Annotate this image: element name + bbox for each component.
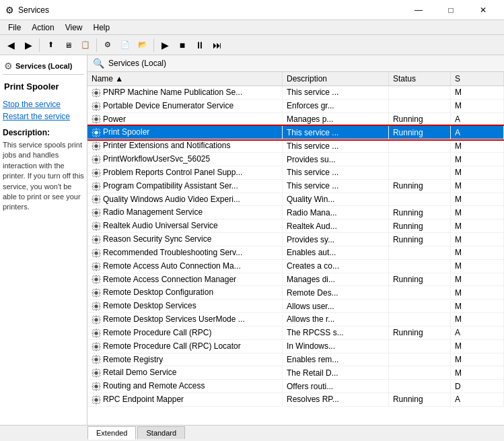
table-row[interactable]: Remote Desktop ConfigurationRemote Des..… [87, 286, 504, 300]
service-startup-cell: M [451, 166, 504, 179]
table-row[interactable]: Printer Extensions and NotificationsThis… [87, 139, 504, 153]
toolbar-btn3[interactable]: ⚙ [100, 37, 116, 53]
minimize-button[interactable]: — [403, 3, 434, 18]
sidebar-description: Description: This service spools print j… [3, 128, 84, 213]
svg-point-3 [95, 131, 98, 135]
menu-view[interactable]: View [60, 22, 88, 33]
table-row[interactable]: Problem Reports Control Panel Supp...Thi… [87, 166, 504, 179]
service-icon [92, 234, 103, 244]
menu-help[interactable]: Help [88, 22, 116, 33]
menu-action[interactable]: Action [26, 22, 59, 33]
table-row[interactable]: Routing and Remote AccessOffers routi...… [87, 380, 504, 393]
table-row[interactable]: Remote Access Connection ManagerManages … [87, 273, 504, 286]
service-icon [92, 287, 103, 297]
service-startup-cell: M [451, 206, 504, 219]
table-row[interactable]: Remote Desktop ServicesAllows user...M [87, 300, 504, 313]
service-icon [92, 341, 103, 351]
stop-link-text[interactable]: Stop the service [3, 100, 61, 109]
menu-file[interactable]: File [3, 22, 26, 33]
service-icon [92, 181, 103, 191]
svg-point-2 [95, 118, 98, 121]
service-status-cell [388, 139, 450, 153]
toolbar-back[interactable]: ◀ [3, 37, 19, 53]
table-row[interactable]: Retail Demo ServiceThe Retail D...M [87, 366, 504, 380]
service-status-cell: Running [388, 326, 450, 339]
sidebar-header-text: Services (Local) [15, 62, 72, 70]
svg-point-22 [95, 385, 98, 388]
service-startup-cell: M [451, 139, 504, 153]
table-row[interactable]: Remote Access Auto Connection Ma...Creat… [87, 259, 504, 273]
service-desc-cell: Remote Des... [283, 286, 389, 300]
services-table[interactable]: Name ▲ Description Status S PNRP Machine… [87, 72, 504, 425]
svg-point-12 [95, 251, 98, 255]
service-name-cell: Radio Management Service [87, 206, 283, 219]
table-row[interactable]: Portable Device Enumerator ServiceEnforc… [87, 99, 504, 112]
table-row[interactable]: PowerManages p...RunningA [87, 112, 504, 126]
table-row[interactable]: Quality Windows Audio Video Experi...Qua… [87, 193, 504, 206]
svg-point-17 [95, 318, 98, 321]
toolbar: ◀ ▶ ⬆ 🖥 📋 ⚙ 📄 📂 ▶ ■ ⏸ ⏭ [0, 35, 504, 55]
svg-point-6 [95, 171, 98, 174]
service-name-cell: Routing and Remote Access [87, 380, 283, 393]
maximize-button[interactable]: □ [435, 3, 466, 18]
service-status-cell [388, 193, 450, 206]
col-header-status[interactable]: Status [388, 72, 450, 86]
toolbar-forward[interactable]: ▶ [20, 37, 36, 53]
table-row[interactable]: PrintWorkflowUserSvc_56025Provides su...… [87, 153, 504, 166]
col-header-startup[interactable]: S [451, 72, 504, 86]
service-startup-cell: M [451, 179, 504, 193]
toolbar-restart[interactable]: ⏭ [209, 37, 225, 53]
table-row[interactable]: Print SpoolerThis service ...RunningA [87, 126, 504, 139]
toolbar-up[interactable]: ⬆ [42, 37, 59, 53]
service-name-cell: Program Compatibility Assistant Ser... [87, 179, 283, 193]
service-startup-cell: M [451, 353, 504, 366]
toolbar-play[interactable]: ▶ [157, 37, 173, 53]
service-status-cell: Running [388, 233, 450, 246]
service-icon [92, 355, 103, 364]
table-row[interactable]: Recommended Troubleshooting Serv...Enabl… [87, 246, 504, 259]
table-row[interactable]: Realtek Audio Universal ServiceRealtek A… [87, 219, 504, 233]
svg-point-19 [95, 345, 98, 348]
service-desc-cell: Provides su... [283, 153, 389, 166]
service-status-cell: Running [388, 393, 450, 407]
col-header-name[interactable]: Name ▲ [87, 72, 283, 86]
close-button[interactable]: ✕ [468, 3, 499, 18]
table-row[interactable]: Remote Procedure Call (RPC) LocatorIn Wi… [87, 339, 504, 353]
svg-point-20 [95, 358, 98, 362]
service-icon [92, 101, 103, 110]
tab-extended[interactable]: Extended [87, 426, 136, 440]
table-row[interactable]: Program Compatibility Assistant Ser...Th… [87, 179, 504, 193]
sidebar-header: ⚙ Services (Local) [3, 58, 84, 75]
sidebar-desc-text: This service spools print jobs and handl… [3, 140, 84, 213]
service-name-cell: Portable Device Enumerator Service [87, 99, 283, 112]
service-icon [92, 195, 103, 204]
restart-link[interactable]: Restart the service [3, 112, 84, 121]
service-desc-cell: Offers routi... [283, 380, 389, 393]
service-name-cell: Remote Access Auto Connection Ma... [87, 259, 283, 273]
toolbar-btn4[interactable]: 📄 [117, 37, 133, 53]
service-icon [92, 221, 103, 230]
toolbar-btn5[interactable]: 📂 [135, 37, 151, 53]
service-name-cell: PNRP Machine Name Publication Se... [87, 86, 283, 100]
service-startup-cell: A [451, 112, 504, 126]
service-name-cell: Recommended Troubleshooting Serv... [87, 246, 283, 259]
svg-point-9 [95, 211, 98, 215]
service-desc-cell: Resolves RP... [283, 393, 389, 407]
toolbar-pause[interactable]: ⏸ [192, 37, 208, 53]
table-row[interactable]: Remote Desktop Services UserMode ...Allo… [87, 313, 504, 327]
restart-link-text[interactable]: Restart the service [3, 112, 70, 121]
table-row[interactable]: Radio Management ServiceRadio Mana...Run… [87, 206, 504, 219]
table-row[interactable]: PNRP Machine Name Publication Se...This … [87, 86, 504, 100]
toolbar-btn2[interactable]: 📋 [77, 37, 94, 53]
toolbar-btn1[interactable]: 🖥 [60, 37, 76, 53]
table-row[interactable]: Remote RegistryEnables rem...M [87, 353, 504, 366]
col-header-desc[interactable]: Description [283, 72, 389, 86]
svg-point-16 [95, 305, 98, 308]
table-row[interactable]: Reason Security Sync ServiceProvides sy.… [87, 233, 504, 246]
toolbar-stop[interactable]: ■ [174, 37, 190, 53]
tab-standard[interactable]: Standard [137, 426, 185, 439]
stop-link[interactable]: Stop the service [3, 100, 84, 109]
table-row[interactable]: RPC Endpoint MapperResolves RP...Running… [87, 393, 504, 407]
svg-point-23 [95, 398, 98, 401]
table-row[interactable]: Remote Procedure Call (RPC)The RPCSS s..… [87, 326, 504, 339]
